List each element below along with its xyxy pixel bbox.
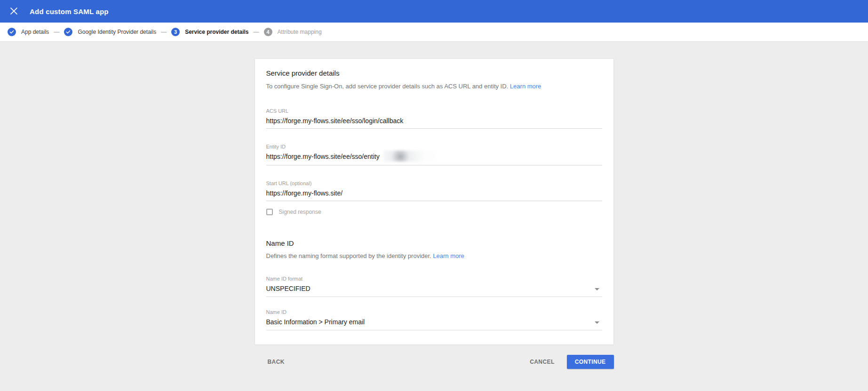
entity-id-field[interactable]: Entity ID https://forge.my-flows.site/ee… [266,144,602,165]
redacted-blur-patch [383,150,436,162]
stepper-separator: — [161,29,167,35]
stepper-separator: — [54,29,59,35]
name-id-section-description: Defines the naming format supported by t… [266,252,602,260]
cancel-button[interactable]: CANCEL [526,355,558,368]
stepper-step-label: App details [21,29,49,35]
name-id-section-title: Name ID [266,239,602,247]
signed-response-checkbox-row[interactable]: Signed response [266,209,602,215]
continue-button[interactable]: CONTINUE [567,355,614,369]
step-number-badge: 4 [264,28,272,36]
start-url-field[interactable]: Start URL (optional) https://forge.my-fl… [266,180,602,201]
acs-url-input[interactable]: https://forge.my-flows.site/ee/sso/login… [266,117,602,125]
stepper-separator: — [254,29,259,35]
stepper-step-label: Service provider details [185,29,248,35]
entity-id-input[interactable]: https://forge.my-flows.site/ee/sso/entit… [266,152,602,162]
page-body: Service provider details To configure Si… [0,42,868,369]
chevron-down-icon [595,321,599,324]
check-icon [8,28,16,36]
name-id-select[interactable]: Name ID Basic Information > Primary emai… [266,309,602,330]
name-id-description-text: Defines the naming format supported by t… [266,252,431,259]
footer-right-actions: CANCEL CONTINUE [526,355,613,369]
stepper: App details — Google Identity Provider d… [0,23,868,42]
stepper-step-attribute-mapping: 4 Attribute mapping [264,28,322,36]
stepper-step-label: Attribute mapping [278,29,322,35]
back-button[interactable]: BACK [264,355,288,368]
chevron-down-icon [595,288,599,290]
learn-more-link[interactable]: Learn more [433,252,464,259]
stepper-step-app-details: App details [8,28,49,36]
check-icon [64,28,72,36]
start-url-label: Start URL (optional) [266,180,602,186]
acs-url-field[interactable]: ACS URL https://forge.my-flows.site/ee/s… [266,108,602,129]
close-icon[interactable] [8,6,19,17]
name-id-format-select[interactable]: Name ID format UNSPECIFIED [266,276,602,297]
name-id-format-label: Name ID format [266,276,602,282]
stepper-step-google-idp-details: Google Identity Provider details [64,28,156,36]
page-title: Add custom SAML app [30,8,109,16]
signed-response-label: Signed response [279,209,321,215]
stepper-step-label: Google Identity Provider details [78,29,156,35]
learn-more-link[interactable]: Learn more [510,83,541,90]
appbar: Add custom SAML app [0,0,868,23]
service-provider-details-card: Service provider details To configure Si… [255,58,614,345]
name-id-value: Basic Information > Primary email [266,318,602,326]
start-url-input[interactable]: https://forge.my-flows.site/ [266,189,602,197]
entity-id-label: Entity ID [266,144,602,149]
card-description-text: To configure Single Sign-On, add service… [266,83,509,90]
wizard-footer: BACK CANCEL CONTINUE [255,355,614,369]
card-title: Service provider details [266,69,602,77]
step-number-badge: 3 [171,28,180,36]
name-id-label: Name ID [266,309,602,315]
card-description: To configure Single Sign-On, add service… [266,82,602,90]
entity-id-value-text: https://forge.my-flows.site/ee/sso/entit… [266,153,380,160]
stepper-step-service-provider-details: 3 Service provider details [171,28,248,36]
acs-url-label: ACS URL [266,108,602,114]
name-id-format-value: UNSPECIFIED [266,284,602,293]
checkbox-unchecked-icon[interactable] [266,209,273,215]
